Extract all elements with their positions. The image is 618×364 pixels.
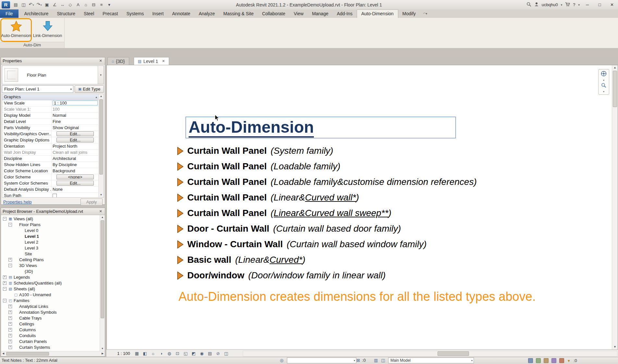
tree-item[interactable]: Ceiling Plans — [1, 257, 100, 262]
property-row[interactable]: Graphic Display Options Edit... — [2, 137, 99, 143]
property-row[interactable]: Detail Level Fine — [2, 119, 99, 125]
drag-on-selection-icon[interactable] — [559, 358, 564, 363]
scrollbar-thumb[interactable] — [438, 351, 469, 356]
undo-icon[interactable]: ↶ — [28, 1, 35, 9]
signed-in-user[interactable]: ucbqhu0 — [542, 2, 558, 7]
tree-item[interactable]: Level 3 — [1, 245, 100, 251]
Curtain Wall Panel[interactable]: Curtain Wall Panel (Linear&Curved wall*) — [177, 190, 477, 205]
tree-expander-icon[interactable] — [8, 258, 12, 261]
property-value[interactable]: Edit... — [52, 131, 99, 137]
canvas-note[interactable]: Auto-Dimension creates dimensions for al… — [179, 290, 536, 304]
property-row[interactable]: Visibility/Graphics Overr... Edit... — [2, 131, 99, 137]
tree-item[interactable]: Analytical Links — [1, 303, 100, 309]
property-value[interactable]: 1 : 100 — [52, 100, 99, 106]
collapse-section-icon[interactable]: ▴ — [95, 94, 97, 100]
project-browser-hscrollbar[interactable]: ◀ ▶ — [1, 351, 105, 356]
worksets-icon[interactable]: ▥ — [374, 358, 378, 363]
tree-expander-icon[interactable] — [3, 275, 6, 279]
Curtain Wall Panel[interactable]: Curtain Wall Panel (Loadable family&cust… — [177, 174, 477, 190]
sun-path-icon[interactable]: ☼ — [150, 351, 156, 356]
scrollbar-thumb[interactable] — [6, 352, 49, 356]
Basic wall[interactable]: Basic wall (Linear&Curved*) — [177, 252, 477, 268]
wheel-menu-caret-icon[interactable]: ▾ — [603, 79, 604, 82]
property-value[interactable]: Clean all wall joins — [52, 150, 99, 155]
ribbon-tab[interactable]: Steel — [80, 9, 98, 18]
Curtain Wall Panel[interactable]: Curtain Wall Panel (Loadable family) — [177, 159, 477, 174]
tag-icon[interactable]: ◇ — [67, 1, 74, 8]
property-row[interactable]: System Color Schemes Edit... — [2, 180, 99, 187]
design-option-combobox[interactable]: Main Model — [388, 358, 474, 363]
tree-expander-icon[interactable] — [8, 316, 12, 320]
property-value[interactable]: None — [52, 187, 99, 192]
tree-expander-icon[interactable] — [3, 217, 6, 221]
design-options-icon[interactable]: ◫ — [381, 358, 385, 363]
link-dimension-button[interactable]: Link-Dimension — [32, 18, 63, 42]
scrollbar-thumb[interactable] — [613, 71, 617, 107]
redo-icon[interactable]: ↷ — [35, 1, 43, 9]
scroll-down-icon[interactable]: ▼ — [99, 193, 104, 197]
ribbon-tab[interactable]: View — [290, 9, 308, 18]
editing-requests-icon[interactable]: ⊠ — [356, 358, 360, 363]
tree-item[interactable]: Floor Plans — [1, 222, 100, 227]
property-value[interactable]: By Discipline — [52, 162, 99, 168]
apply-button[interactable]: Apply — [80, 199, 103, 206]
property-value[interactable]: Edit... — [52, 180, 99, 186]
property-row[interactable]: View Scale 1 : 100 — [2, 100, 99, 106]
tree-item[interactable]: Level 2 — [1, 239, 100, 245]
edit-type-button[interactable]: Edit Type — [75, 85, 104, 93]
scroll-right-icon[interactable]: ▶ — [100, 351, 105, 356]
tree-item[interactable]: Site — [1, 251, 100, 257]
canvas-heading[interactable]: Auto-Dimension — [189, 118, 314, 138]
tree-item[interactable]: Columns — [1, 327, 100, 333]
project-browser-close-icon[interactable]: ✕ — [98, 209, 103, 213]
active-workset-icon[interactable]: ◎ — [280, 358, 283, 363]
scroll-down-icon[interactable]: ▼ — [612, 345, 618, 349]
project-browser-header[interactable]: Project Browser - ExampleDemoUpload.rvt … — [1, 208, 105, 215]
tree-item[interactable]: ▦ Views (all) — [1, 216, 100, 222]
property-row[interactable]: Color Scheme Location Background — [2, 168, 99, 174]
Door/window[interactable]: Door/window (Door/window family in linea… — [177, 268, 477, 283]
user-icon[interactable] — [534, 2, 539, 7]
canvas-hscrollbar[interactable] — [243, 351, 617, 357]
property-row[interactable]: Discipline Architectural — [2, 156, 99, 162]
minimize-button[interactable]: ─ — [583, 1, 592, 9]
ribbon-tab[interactable]: Precast — [98, 9, 122, 18]
property-row[interactable]: Sun Path — [2, 193, 99, 198]
properties-scrollbar[interactable]: ▲ ▼ — [98, 94, 104, 197]
aligned-dimension-icon[interactable]: ↔ — [59, 1, 66, 8]
property-value[interactable] — [52, 193, 99, 198]
ribbon-tab[interactable]: Analyze — [194, 9, 219, 18]
close-button[interactable]: ✕ — [607, 1, 617, 9]
scroll-up-icon[interactable]: ▲ — [612, 65, 618, 70]
scroll-up-icon[interactable]: ▲ — [99, 94, 104, 99]
search-icon[interactable] — [526, 2, 531, 8]
property-value[interactable]: Edit... — [52, 137, 99, 143]
open-file-icon[interactable]: ▤ — [12, 1, 19, 8]
tree-item[interactable]: {3D} — [1, 268, 100, 274]
property-value[interactable]: <none> — [52, 174, 99, 180]
save-icon[interactable]: ◫ — [20, 1, 27, 8]
ribbon-tab[interactable]: Auto-Dimension — [357, 9, 398, 18]
ribbon-tab[interactable]: Architecture — [20, 9, 53, 18]
workset-combobox[interactable] — [287, 358, 356, 363]
help-icon[interactable]: ? — [573, 2, 575, 7]
Door - Curtain Wall[interactable]: Door - Curtain Wall (Curtain wall based … — [177, 221, 477, 237]
tree-item[interactable]: ▤ Legends — [1, 274, 100, 280]
shadows-icon[interactable]: ◑ — [158, 351, 164, 356]
ribbon-tab[interactable]: Add-Ins — [333, 9, 357, 18]
text-icon[interactable]: A — [74, 1, 82, 8]
visual-style-icon[interactable]: ◧ — [142, 351, 148, 356]
tree-expander-icon[interactable] — [8, 310, 12, 314]
scroll-up-icon[interactable]: ▲ — [100, 215, 105, 220]
show-rendering-dialog-icon[interactable]: ◍ — [167, 351, 172, 356]
property-value[interactable]: 100 — [52, 106, 99, 112]
ribbon-tab[interactable]: Annotate — [168, 9, 194, 18]
reveal-hidden-elements-icon[interactable]: ◉ — [199, 351, 205, 356]
tree-item[interactable]: ▧ Sheets (all) — [1, 286, 100, 292]
select-underlay-icon[interactable] — [536, 358, 541, 363]
scrollbar-thumb[interactable] — [99, 99, 103, 175]
print-icon[interactable]: ▣ — [43, 1, 51, 8]
property-row[interactable]: Display Model Normal — [2, 113, 99, 119]
properties-header[interactable]: Properties ✕ — [1, 57, 105, 65]
ribbon-display-toggle-icon[interactable]: ◠▾ — [420, 9, 430, 18]
